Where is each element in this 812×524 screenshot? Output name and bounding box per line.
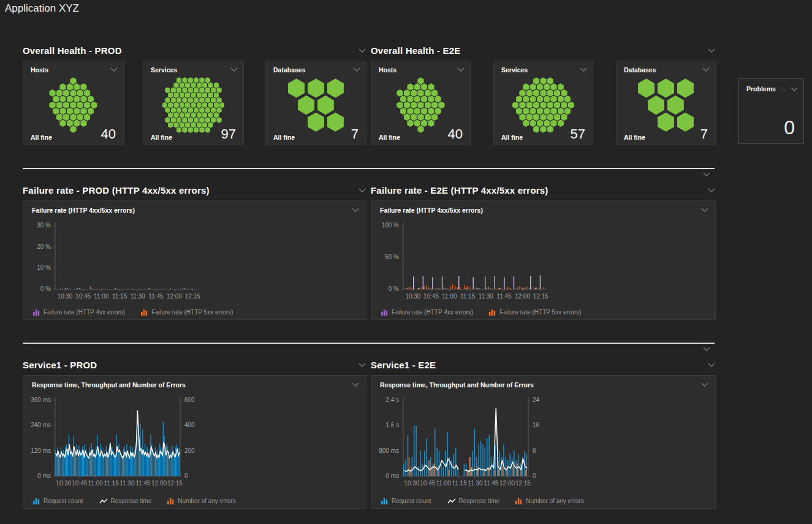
- failure-rate-prod-chart: 30 %20 %10 %0 %10:3010:4511:0011:1511:30…: [25, 218, 208, 304]
- bar-chart-icon: [33, 498, 40, 504]
- tile-label: Databases: [273, 66, 306, 74]
- chevron-down-icon[interactable]: [358, 47, 366, 53]
- line-chart-icon: [99, 498, 108, 504]
- svg-text:11:00: 11:00: [94, 293, 109, 300]
- failure-rate-prod-chart-tile[interactable]: Failure rate (HTTP 4xx/5xx errors) 30 %2…: [23, 200, 366, 320]
- svg-text:12:15: 12:15: [185, 293, 200, 300]
- svg-text:0: 0: [184, 473, 188, 479]
- svg-text:1.6 s: 1.6 s: [385, 422, 399, 428]
- svg-text:10:45: 10:45: [420, 480, 435, 487]
- hexagon-honeycomb: [627, 77, 705, 134]
- status-text: All fine: [273, 134, 295, 141]
- status-text: All fine: [151, 134, 172, 141]
- svg-text:240 ms: 240 ms: [31, 422, 51, 428]
- svg-text:10:45: 10:45: [423, 293, 439, 300]
- svg-text:11:00: 11:00: [88, 480, 104, 487]
- chevron-down-icon[interactable]: [707, 187, 716, 193]
- chevron-down-icon[interactable]: [351, 381, 360, 387]
- svg-text:0 %: 0 %: [40, 286, 51, 292]
- svg-text:200: 200: [184, 447, 195, 454]
- chevron-down-icon[interactable]: [707, 362, 716, 368]
- svg-text:50 %: 50 %: [385, 254, 399, 260]
- svg-text:10:45: 10:45: [72, 480, 87, 487]
- svg-text:100 %: 100 %: [382, 222, 399, 229]
- chevron-down-icon[interactable]: [358, 187, 366, 193]
- svg-text:10:30: 10:30: [405, 293, 420, 300]
- service1-e2e-chart-tile[interactable]: Response time, Throughput and Number of …: [371, 375, 716, 509]
- status-text: All fine: [31, 134, 52, 141]
- chevron-down-icon[interactable]: [110, 66, 118, 72]
- health-tile-services-prod[interactable]: Services All fine97: [143, 61, 244, 145]
- chart-legend: Request count Response time Number of an…: [33, 498, 236, 504]
- svg-text:2.4 s: 2.4 s: [385, 397, 399, 403]
- svg-text:24: 24: [533, 397, 540, 403]
- service1-prod-chart-tile[interactable]: Response time, Throughput and Number of …: [23, 375, 366, 509]
- problems-label: Problems: [746, 85, 776, 93]
- legend-item: Failure rate (HTTP 5xx errors): [141, 309, 233, 316]
- tile-label: Databases: [624, 66, 656, 74]
- legend-item: Response time: [447, 498, 500, 504]
- chevron-down-icon[interactable]: [230, 66, 238, 72]
- problems-tile[interactable]: Problems 0: [738, 78, 804, 144]
- chart-legend: Request count Response time Number of an…: [381, 498, 584, 504]
- legend-label: Failure rate (HTTP 4xx errors): [392, 309, 473, 316]
- failure-rate-e2e-chart: 100 %50 %0 %10:3010:4511:0011:1511:3011:…: [373, 218, 556, 304]
- chevron-down-icon[interactable]: [700, 207, 709, 213]
- service1-prod-chart: 360 ms240 ms120 ms0 ms600400200010:3010:…: [25, 393, 208, 491]
- health-tile-services-e2e[interactable]: Services All fine57: [493, 61, 593, 145]
- bar-chart-icon: [381, 498, 389, 504]
- bar-chart-icon: [515, 498, 523, 504]
- chevron-down-icon[interactable]: [702, 346, 711, 352]
- chevron-down-icon[interactable]: [790, 86, 799, 92]
- section-header-health-prod: Overall Health - PROD: [23, 44, 366, 56]
- legend-item: Request count: [381, 498, 431, 504]
- chevron-down-icon[interactable]: [457, 66, 465, 72]
- svg-text:11:15: 11:15: [104, 480, 119, 487]
- svg-text:20 %: 20 %: [37, 243, 51, 250]
- health-tile-databases-e2e[interactable]: Databases All fine7: [616, 61, 716, 145]
- section-title-service-e2e: Service1 - E2E: [371, 360, 436, 370]
- entity-count: 97: [221, 127, 236, 141]
- hexagon-honeycomb: [504, 77, 583, 134]
- health-tile-hosts-prod[interactable]: Hosts All fine40: [23, 61, 124, 145]
- legend-label: Number of any errors: [526, 498, 583, 504]
- chevron-down-icon[interactable]: [351, 207, 360, 213]
- chevron-down-icon[interactable]: [702, 171, 711, 177]
- chevron-down-icon[interactable]: [700, 381, 709, 387]
- svg-text:30 %: 30 %: [37, 222, 51, 229]
- problems-count: 0: [784, 118, 795, 137]
- svg-text:11:45: 11:45: [148, 293, 164, 300]
- section-header-failure-prod: Failure rate - PROD (HTTP 4xx/5xx errors…: [23, 184, 366, 196]
- chevron-down-icon[interactable]: [352, 66, 361, 72]
- tile-label: Services: [151, 66, 177, 74]
- chevron-down-icon[interactable]: [358, 362, 366, 368]
- status-text: All fine: [379, 134, 400, 141]
- svg-text:10:30: 10:30: [56, 480, 71, 487]
- bar-chart-icon: [141, 309, 148, 316]
- svg-text:800 ms: 800 ms: [379, 447, 399, 454]
- svg-text:11:30: 11:30: [479, 293, 494, 300]
- chevron-down-icon[interactable]: [702, 66, 710, 72]
- failure-rate-e2e-chart-tile[interactable]: Failure rate (HTTP 4xx/5xx errors) 100 %…: [371, 200, 716, 320]
- health-tile-databases-prod[interactable]: Databases All fine7: [265, 61, 366, 145]
- svg-text:11:15: 11:15: [460, 293, 476, 300]
- svg-text:0 ms: 0 ms: [385, 473, 399, 479]
- svg-text:11:30: 11:30: [468, 480, 483, 487]
- legend-item: Number of any errors: [515, 498, 583, 504]
- svg-text:0: 0: [533, 473, 536, 479]
- svg-text:12:15: 12:15: [167, 480, 183, 487]
- chevron-down-icon[interactable]: [707, 47, 716, 53]
- legend-label: Failure rate (HTTP 5xx errors): [151, 309, 233, 316]
- hexagon-honeycomb: [154, 77, 233, 134]
- tile-label: Hosts: [31, 66, 48, 74]
- health-tile-hosts-e2e[interactable]: Hosts All fine40: [371, 61, 471, 145]
- entity-count: 57: [571, 127, 585, 141]
- svg-text:12:00: 12:00: [515, 293, 530, 300]
- legend-item: Response time: [99, 498, 152, 504]
- svg-text:10:45: 10:45: [75, 293, 91, 300]
- svg-text:400: 400: [184, 422, 195, 428]
- chevron-down-icon[interactable]: [579, 66, 588, 72]
- bar-chart-icon: [167, 498, 175, 504]
- bar-chart-icon: [33, 309, 40, 316]
- section-title-health-e2e: Overall Health - E2E: [371, 45, 461, 56]
